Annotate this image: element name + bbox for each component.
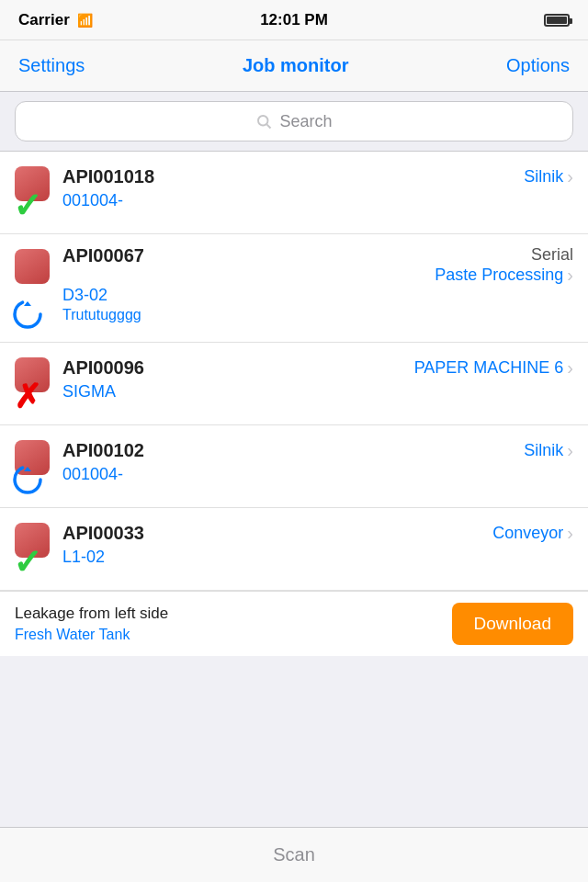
item-content: API00067SerialPaste Processing›D3-02Trut… xyxy=(62,245,573,323)
item-title: API00096 xyxy=(62,357,144,379)
item-title: API00067 xyxy=(62,245,144,266)
settings-button[interactable]: Settings xyxy=(15,48,88,84)
wifi-icon: 📶 xyxy=(77,13,93,28)
item-sub2: Trututugggg xyxy=(62,307,573,323)
spinner-icon xyxy=(9,461,46,498)
item-content: API00102Silnik›001004- xyxy=(62,440,573,486)
item-location: Conveyor xyxy=(492,524,563,543)
item-subtitle: D3-02 xyxy=(62,286,573,305)
status-carrier: Carrier 📶 xyxy=(18,11,93,29)
list-item[interactable]: API00102Silnik›001004- xyxy=(0,425,588,508)
chevron-icon: › xyxy=(567,523,573,544)
item-location: Silnik xyxy=(524,167,563,187)
item-right: Silnik› xyxy=(524,440,573,461)
item-location: Paste Processing xyxy=(435,266,563,285)
options-button[interactable]: Options xyxy=(503,48,573,84)
job-list: API001018Silnik›001004-✓API00067SerialPa… xyxy=(0,152,588,591)
item-right: Conveyor› xyxy=(492,523,573,544)
battery-icon xyxy=(544,14,570,27)
status-bar: Carrier 📶 12:01 PM xyxy=(0,0,588,40)
chevron-icon: › xyxy=(567,357,573,379)
item-title: API00033 xyxy=(62,523,144,544)
item-title: API00102 xyxy=(62,440,144,461)
item-subtitle: L1-02 xyxy=(62,548,573,567)
tab-bar: Scan xyxy=(0,827,588,882)
list-item[interactable]: API00033Conveyor›L1-02✓ xyxy=(0,508,588,591)
item-subtitle: 001004- xyxy=(62,465,573,484)
item-content: API00096PAPER MACHINE 6›SIGMA xyxy=(62,357,573,403)
spinner-icon xyxy=(9,296,46,333)
download-button[interactable]: Download xyxy=(452,603,574,645)
cross-icon: ✗ xyxy=(9,379,46,415)
item-subtitle: 001004- xyxy=(62,191,573,210)
carrier-text: Carrier xyxy=(18,11,70,29)
chevron-icon: › xyxy=(567,166,573,187)
scan-tab[interactable]: Scan xyxy=(273,844,315,865)
preview-main-text: Leakage from left side xyxy=(15,605,452,623)
item-content: API001018Silnik›001004- xyxy=(62,166,573,212)
item-right: SerialPaste Processing› xyxy=(435,245,573,286)
chevron-icon: › xyxy=(567,440,573,461)
item-icon xyxy=(15,249,50,284)
preview-sub-text: Fresh Water Tank xyxy=(15,627,452,643)
list-item[interactable]: API00096PAPER MACHINE 6›SIGMA✗ xyxy=(0,343,588,425)
status-time: 12:01 PM xyxy=(260,11,328,29)
nav-title: Job monitor xyxy=(243,55,349,76)
check-icon: ✓ xyxy=(9,187,46,224)
list-item[interactable]: API00067SerialPaste Processing›D3-02Trut… xyxy=(0,234,588,343)
status-battery xyxy=(544,14,570,27)
list-item[interactable]: API001018Silnik›001004-✓ xyxy=(0,152,588,234)
item-content: API00033Conveyor›L1-02 xyxy=(62,523,573,569)
item-subtitle: SIGMA xyxy=(62,382,573,401)
item-location: Silnik xyxy=(524,441,563,460)
search-bar[interactable]: Search xyxy=(15,101,573,141)
chevron-icon: › xyxy=(567,265,573,286)
item-right: PAPER MACHINE 6› xyxy=(414,357,573,379)
search-icon xyxy=(255,113,272,130)
item-type: Serial xyxy=(435,245,573,265)
search-placeholder: Search xyxy=(279,112,332,131)
item-title: API001018 xyxy=(62,166,154,187)
bottom-preview[interactable]: Leakage from left side Fresh Water Tank … xyxy=(0,591,588,656)
svg-point-0 xyxy=(258,116,268,126)
preview-text: Leakage from left side Fresh Water Tank xyxy=(15,605,452,643)
item-location: PAPER MACHINE 6 xyxy=(414,358,564,378)
nav-bar: Settings Job monitor Options xyxy=(0,40,588,92)
item-right: Silnik› xyxy=(524,166,573,187)
check-icon: ✓ xyxy=(9,544,46,581)
svg-line-1 xyxy=(267,124,271,128)
search-container: Search xyxy=(0,92,588,152)
